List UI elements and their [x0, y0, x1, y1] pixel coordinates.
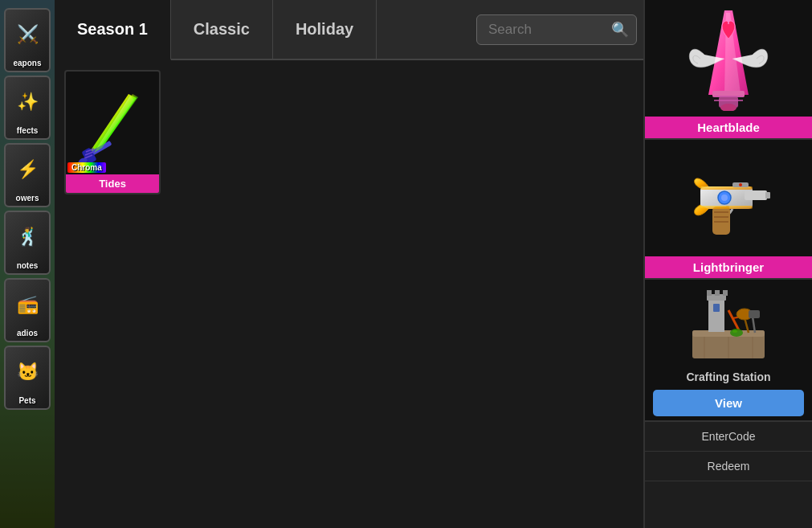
powers-icon: ⚡ — [17, 145, 39, 194]
radios-icon: 📻 — [17, 280, 39, 329]
sidebar-item-powers[interactable]: ⚡ owers — [4, 143, 51, 207]
sidebar-label-weapons: eapons — [13, 59, 41, 68]
tides-knife-image — [76, 86, 149, 166]
svg-marker-8 — [94, 94, 138, 153]
heartblade-svg — [680, 6, 777, 111]
search-wrapper: 🔍 — [476, 14, 637, 45]
svg-point-47 — [730, 329, 743, 337]
crafting-station-svg — [684, 286, 773, 362]
heartblade-label: Heartblade — [645, 117, 812, 138]
effects-icon: ✨ — [17, 77, 39, 126]
tab-season1[interactable]: Season 1 — [55, 0, 171, 60]
tab-classic[interactable]: Classic — [171, 0, 273, 59]
entercode-button[interactable]: EnterCode — [645, 422, 812, 452]
featured-card-heartblade[interactable]: Heartblade — [645, 0, 812, 140]
sidebar-label-powers: owers — [16, 194, 39, 203]
sidebar-label-radios: adios — [17, 329, 38, 338]
item-grid: Chroma Tides — [55, 60, 649, 528]
svg-rect-18 — [765, 192, 770, 199]
svg-rect-35 — [708, 298, 724, 332]
sidebar-label-pets: Pets — [18, 396, 35, 405]
svg-rect-38 — [707, 290, 712, 296]
chroma-badge: Chroma — [67, 162, 106, 173]
main-area: Season 1 Classic Holiday 🔍 — [55, 0, 649, 528]
lightbringer-svg — [680, 146, 777, 251]
svg-rect-17 — [745, 190, 767, 200]
sidebar-label-effects: ffects — [17, 126, 39, 135]
svg-rect-20 — [712, 207, 730, 235]
svg-rect-46 — [749, 310, 760, 318]
pets-icon: 🐱 — [17, 347, 39, 396]
sidebar-item-effects[interactable]: ✨ ffects — [4, 76, 51, 140]
item-card-image-tides: Chroma — [66, 78, 159, 174]
heartblade-image — [645, 0, 812, 117]
crafting-section: Crafting Station View — [645, 280, 812, 422]
svg-point-48 — [732, 329, 737, 333]
lightbringer-label: Lightbringer — [645, 256, 812, 278]
svg-point-29 — [739, 183, 742, 186]
tab-holiday[interactable]: Holiday — [273, 0, 377, 59]
view-button[interactable]: View — [653, 390, 803, 416]
item-name-tides: Tides — [66, 174, 159, 193]
redeem-button[interactable]: Redeem — [645, 452, 812, 481]
sidebar: ⚔️ eapons ✨ ffects ⚡ owers 🕺 notes 📻 adi… — [0, 0, 55, 528]
sidebar-item-pets[interactable]: 🐱 Pets — [4, 346, 51, 410]
svg-point-25 — [721, 194, 728, 201]
search-input[interactable] — [476, 14, 637, 45]
item-card-tides[interactable]: Chroma Tides — [64, 70, 161, 194]
lightbringer-image — [645, 140, 812, 256]
weapons-icon: ⚔️ — [17, 10, 39, 59]
svg-rect-40 — [723, 290, 728, 296]
crafting-image — [645, 280, 812, 368]
sidebar-item-emotes[interactable]: 🕺 notes — [4, 211, 51, 275]
featured-card-lightbringer[interactable]: Lightbringer — [645, 140, 812, 280]
sidebar-label-emotes: notes — [17, 261, 39, 270]
svg-rect-27 — [700, 206, 753, 209]
right-panel: Heartblade — [643, 0, 812, 528]
svg-rect-37 — [713, 304, 720, 312]
search-container: 🔍 — [464, 0, 649, 59]
sidebar-item-weapons[interactable]: ⚔️ eapons — [4, 8, 51, 72]
svg-rect-39 — [715, 290, 720, 296]
crafting-label: Crafting Station — [687, 368, 771, 386]
tab-bar: Season 1 Classic Holiday 🔍 — [55, 0, 649, 60]
sidebar-item-radios[interactable]: 📻 adios — [4, 278, 51, 342]
emotes-icon: 🕺 — [17, 212, 39, 261]
